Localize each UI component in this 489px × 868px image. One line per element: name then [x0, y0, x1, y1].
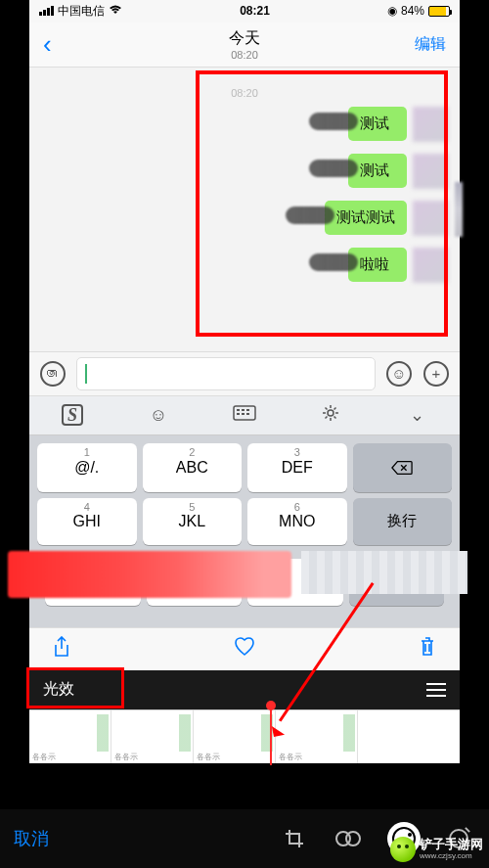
nav-title-block: 今天 08:20	[29, 28, 460, 61]
photo-actions-bar	[29, 627, 460, 670]
redaction-scribble	[309, 253, 358, 271]
avatar[interactable]	[413, 201, 448, 236]
chat-area: 08:20 测试 测试 测试测试 啦啦	[29, 68, 460, 351]
message-text: 测试	[360, 161, 389, 178]
menu-icon[interactable]	[426, 683, 446, 697]
keyboard-emoji-icon[interactable]: ☺	[115, 405, 201, 426]
svg-rect-5	[242, 413, 244, 415]
thumbnail-strip[interactable]: 各各示 各各示 各各示 各各示	[29, 709, 460, 763]
key-mno[interactable]: 6MNO	[247, 498, 347, 545]
keyboard-hide-icon[interactable]: ⌄	[374, 404, 460, 426]
wifi-icon	[109, 4, 122, 18]
svg-point-7	[328, 410, 333, 416]
delete-icon[interactable]	[419, 636, 436, 662]
carrier-label: 中国电信	[58, 3, 105, 20]
message-row: 测试	[41, 107, 448, 142]
message-text: 啦啦	[360, 255, 389, 272]
redaction-scribble	[455, 182, 463, 237]
svg-rect-1	[237, 409, 240, 411]
cancel-button[interactable]: 取消	[14, 827, 49, 850]
nav-header: ‹ 今天 08:20 编辑	[29, 23, 460, 68]
redaction-scribble	[309, 113, 358, 130]
svg-rect-2	[242, 409, 244, 411]
watermark-url: www.czjsy.com	[420, 852, 483, 861]
thumbnail[interactable]: 各各示	[29, 710, 111, 763]
edit-button[interactable]: 编辑	[415, 34, 446, 55]
message-row: 测试测试	[41, 201, 448, 236]
pixelation-blur	[301, 551, 467, 594]
sogou-logo-icon[interactable]: S	[29, 404, 115, 426]
key-jkl[interactable]: 5JKL	[143, 498, 243, 545]
edit-title: 光效	[43, 679, 74, 700]
text-cursor	[85, 364, 87, 384]
playhead-icon[interactable]	[270, 705, 272, 765]
message-bubble[interactable]: 测试测试	[325, 201, 407, 235]
plus-icon[interactable]: +	[422, 360, 450, 388]
edit-bar: 光效	[29, 670, 460, 709]
message-row: 啦啦	[41, 248, 448, 283]
watermark-logo-icon	[390, 837, 416, 862]
nav-subtitle: 08:20	[29, 49, 460, 61]
message-row: 测试	[41, 154, 448, 189]
nav-title: 今天	[29, 28, 460, 49]
crop-icon[interactable]	[278, 822, 311, 855]
thumbnail[interactable]: 各各示	[194, 710, 276, 763]
key-ghi[interactable]: 4GHI	[37, 498, 137, 545]
avatar[interactable]	[413, 107, 448, 142]
avatar[interactable]	[413, 154, 448, 189]
voice-input-icon[interactable]: ෧	[39, 360, 67, 388]
status-time: 08:21	[240, 4, 270, 18]
message-text: 测试测试	[336, 208, 395, 225]
watermark-name: 铲子手游网	[420, 838, 483, 851]
keyboard-toolbar: S ☺ ⌄	[29, 396, 460, 435]
keyboard-settings-icon[interactable]	[288, 403, 374, 428]
message-text: 测试	[360, 114, 389, 131]
thumbnail[interactable]: 各各示	[111, 710, 194, 763]
svg-rect-3	[246, 409, 249, 411]
alarm-icon: ◉	[387, 4, 397, 18]
battery-pct: 84%	[401, 4, 424, 18]
share-icon[interactable]	[53, 636, 70, 662]
key-delete[interactable]	[353, 443, 453, 492]
chat-timestamp: 08:20	[41, 87, 448, 99]
svg-rect-4	[237, 413, 240, 415]
message-bubble[interactable]: 测试	[348, 154, 407, 188]
keyboard-layout-icon[interactable]	[201, 405, 288, 426]
phone-screenshot: 中国电信 08:21 ◉ 84% ‹ 今天 08:20 编辑 08:20 测试	[29, 0, 460, 763]
message-input[interactable]	[76, 357, 376, 390]
message-bubble[interactable]: 测试	[348, 107, 407, 141]
key-abc[interactable]: 2ABC	[143, 443, 243, 492]
key-1[interactable]: 1@/.	[37, 443, 137, 492]
battery-icon	[428, 6, 450, 17]
key-return[interactable]: 换行	[353, 498, 453, 545]
message-bubble[interactable]: 啦啦	[348, 248, 407, 282]
filters-icon[interactable]	[333, 822, 366, 855]
watermark: 铲子手游网 www.czjsy.com	[390, 837, 483, 862]
status-bar: 中国电信 08:21 ◉ 84%	[29, 0, 460, 23]
svg-rect-6	[246, 413, 249, 415]
back-button[interactable]: ‹	[43, 29, 52, 60]
redaction-blob	[8, 551, 291, 598]
thumbnail[interactable]: 各各示	[276, 710, 358, 763]
input-bar: ෧ ☺ +	[29, 351, 460, 396]
redaction-scribble	[309, 160, 358, 177]
signal-icon	[39, 6, 54, 16]
redaction-scribble	[286, 206, 334, 224]
keyboard: S ☺ ⌄ 1@/. 2ABC 3DEF 4GHI 5JKL 6MN	[29, 396, 460, 627]
key-def[interactable]: 3DEF	[247, 443, 347, 492]
emoji-icon[interactable]: ☺	[385, 360, 413, 388]
favorite-icon[interactable]	[234, 637, 255, 662]
annotation-box-icon	[26, 667, 124, 708]
avatar[interactable]	[413, 248, 448, 283]
